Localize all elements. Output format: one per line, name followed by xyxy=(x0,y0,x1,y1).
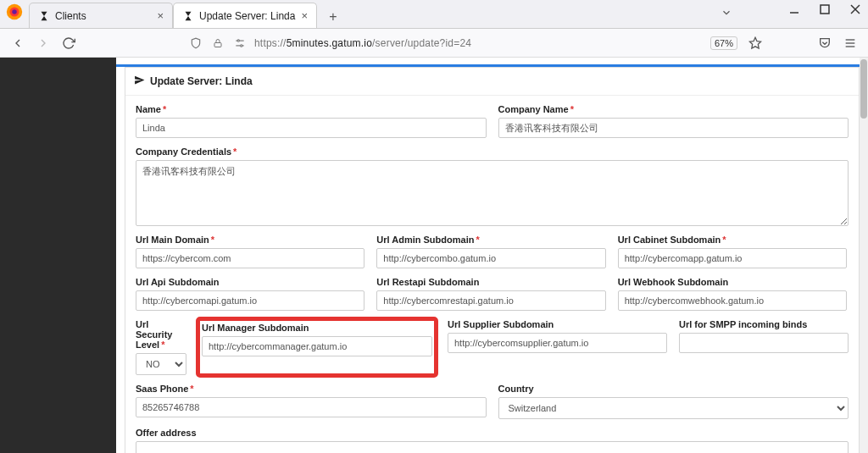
url-api-input[interactable] xyxy=(136,290,364,311)
label-url-cabinet: Url Cabinet Subdomain* xyxy=(618,235,847,245)
url-webhook-input[interactable] xyxy=(618,290,847,311)
label-url-api: Url Api Subdomain xyxy=(136,277,364,287)
scrollbar[interactable] xyxy=(860,58,868,453)
page-content: Update Server: Linda Name* Company Name* xyxy=(116,58,868,453)
label-country: Country xyxy=(498,384,849,394)
url-manager-input[interactable] xyxy=(202,336,432,356)
app-favicon-icon xyxy=(182,10,194,22)
zoom-indicator[interactable]: 67% xyxy=(710,36,737,50)
close-icon[interactable]: × xyxy=(301,9,308,22)
app-menu-icon[interactable] xyxy=(843,36,858,51)
nav-reload-button[interactable] xyxy=(61,36,76,51)
label-url-smpp: Url for SMPP incoming binds xyxy=(679,319,849,329)
window-minimize-button[interactable] xyxy=(788,3,800,15)
firefox-logo-icon xyxy=(5,3,24,21)
tab-label: Update Server: Linda xyxy=(199,10,295,22)
label-url-admin: Url Admin Subdomain* xyxy=(376,235,605,245)
label-url-restapi: Url Restapi Subdomain xyxy=(376,277,605,287)
pocket-icon[interactable] xyxy=(817,36,832,51)
svg-point-11 xyxy=(241,44,242,46)
tab-update-server[interactable]: Update Server: Linda × xyxy=(173,3,317,28)
label-company-name: Company Name* xyxy=(498,104,849,114)
panel-title: Update Server: Linda xyxy=(150,75,253,87)
label-url-main: Url Main Domain* xyxy=(136,235,364,245)
company-name-input[interactable] xyxy=(498,118,849,138)
paper-plane-icon xyxy=(134,75,145,88)
tab-label: Clients xyxy=(55,10,86,22)
close-icon[interactable]: × xyxy=(157,9,164,22)
saas-phone-input[interactable] xyxy=(136,397,487,417)
side-rail xyxy=(0,58,116,453)
url-text[interactable]: https://5minutes.gatum.io/server/update?… xyxy=(254,37,471,49)
highlight-box: Url Manager Subdomain xyxy=(198,319,436,375)
svg-marker-12 xyxy=(749,37,760,48)
label-name: Name* xyxy=(136,104,487,114)
permissions-icon[interactable] xyxy=(232,36,248,51)
label-url-supplier: Url Supplier Subdomain xyxy=(448,319,667,329)
tab-bar: Clients × Update Server: Linda × + xyxy=(0,0,868,29)
label-url-security: Url Security Level* xyxy=(136,319,186,350)
panel-header: Update Server: Linda xyxy=(125,68,859,96)
company-credentials-input[interactable]: 香港讯客科技有限公司 xyxy=(136,160,849,226)
nav-back-button[interactable] xyxy=(10,36,25,51)
url-smpp-input[interactable] xyxy=(679,333,849,353)
navbar: https://5minutes.gatum.io/server/update?… xyxy=(0,29,868,58)
svg-rect-7 xyxy=(214,42,221,47)
app-favicon-icon xyxy=(38,10,50,22)
offer-address-input[interactable] xyxy=(136,441,849,453)
lock-icon[interactable] xyxy=(210,36,225,51)
window-maximize-button[interactable] xyxy=(819,3,831,15)
window-close-button[interactable] xyxy=(849,3,861,15)
label-saas-phone: Saas Phone* xyxy=(136,384,487,394)
url-restapi-input[interactable] xyxy=(376,290,605,311)
url-cabinet-input[interactable] xyxy=(618,248,847,268)
new-tab-button[interactable]: + xyxy=(322,6,344,28)
tab-clients[interactable]: Clients × xyxy=(29,3,173,28)
url-admin-input[interactable] xyxy=(376,248,605,268)
name-input[interactable] xyxy=(136,118,487,138)
label-offer-address: Offer address xyxy=(136,428,849,438)
url-security-select[interactable]: NO xyxy=(136,353,186,375)
label-url-manager: Url Manager Subdomain xyxy=(202,323,432,333)
shield-icon[interactable] xyxy=(188,36,203,51)
country-select[interactable]: Switzerland xyxy=(498,397,849,419)
svg-point-2 xyxy=(12,9,17,14)
scrollbar-thumb[interactable] xyxy=(860,59,867,119)
svg-rect-4 xyxy=(821,5,829,14)
tabs-overflow-icon[interactable] xyxy=(721,7,732,22)
url-supplier-input[interactable] xyxy=(448,333,667,353)
label-company-credentials: Company Credentials* xyxy=(136,146,849,157)
svg-point-10 xyxy=(237,39,239,41)
nav-forward-button[interactable] xyxy=(36,36,51,51)
label-url-webhook: Url Webhook Subdomain xyxy=(618,277,847,287)
url-main-input[interactable] xyxy=(136,248,364,268)
bookmark-star-icon[interactable] xyxy=(748,36,763,51)
